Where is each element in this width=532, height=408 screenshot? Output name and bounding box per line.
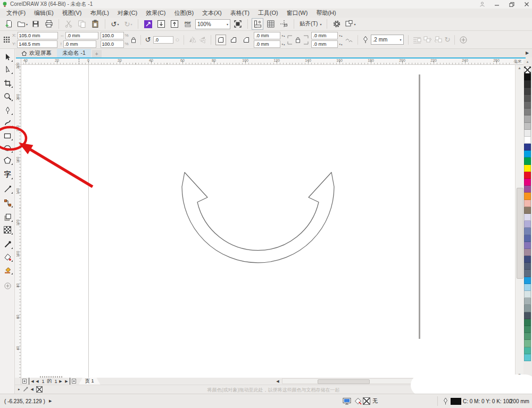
menu-item[interactable]: 效果(C) xyxy=(142,9,170,17)
import-button[interactable] xyxy=(155,18,167,30)
menu-item[interactable]: 对象(C) xyxy=(113,9,142,17)
palette-swatch[interactable] xyxy=(524,172,531,179)
polygon-tool[interactable] xyxy=(1,154,14,166)
palette-swatch[interactable] xyxy=(524,354,531,361)
ellipse-tool[interactable] xyxy=(1,142,14,154)
scroll-up-icon[interactable]: ▲ xyxy=(516,66,523,70)
vertical-scrollbar-thumb[interactable] xyxy=(517,188,523,279)
fullscreen-preview-button[interactable] xyxy=(232,18,244,30)
menu-item[interactable]: 工具(O) xyxy=(254,9,282,17)
drawing-canvas[interactable] xyxy=(21,65,515,378)
palette-swatch[interactable] xyxy=(524,193,531,199)
round-corner-button[interactable] xyxy=(215,35,226,45)
interactive-fill-tool[interactable] xyxy=(1,251,14,263)
palette-swatch[interactable] xyxy=(524,284,531,291)
palette-swatch[interactable] xyxy=(524,88,531,95)
new-document-button[interactable] xyxy=(3,18,15,30)
show-rulers-button[interactable] xyxy=(252,18,263,30)
edit-corners-together-lock-icon[interactable] xyxy=(295,37,301,43)
search-content-button[interactable] xyxy=(142,18,154,30)
zoom-level-select[interactable]: 100% ▾ xyxy=(195,19,230,29)
menu-item[interactable]: 窗口(W) xyxy=(282,9,312,17)
palette-swatch[interactable] xyxy=(524,179,531,186)
application-launcher-button[interactable]: ▾ xyxy=(344,18,356,30)
palette-swatch[interactable] xyxy=(524,298,531,305)
redo-button[interactable]: ↻▾ xyxy=(122,18,134,30)
wrap-style-2-button[interactable] xyxy=(434,36,443,44)
shape-tool[interactable] xyxy=(1,63,14,75)
palette-swatch[interactable] xyxy=(524,319,531,326)
cut-button[interactable] xyxy=(63,18,74,30)
palette-swatch[interactable] xyxy=(524,186,531,193)
show-guidelines-button[interactable] xyxy=(278,18,290,30)
menu-item[interactable]: 文本(X) xyxy=(198,9,226,17)
palette-swatch[interactable] xyxy=(524,115,531,122)
scalloped-corner-button[interactable] xyxy=(228,35,239,45)
publish-pdf-button[interactable]: PDF xyxy=(182,18,194,30)
palette-swatch[interactable] xyxy=(524,102,531,109)
save-button[interactable] xyxy=(30,18,41,30)
menu-item[interactable]: 帮助(H) xyxy=(312,9,340,17)
rectangle-tool[interactable] xyxy=(1,130,14,141)
palette-swatch[interactable] xyxy=(524,277,531,284)
scale-x-input[interactable] xyxy=(101,32,124,39)
print-button[interactable] xyxy=(43,18,55,30)
hsc-left-arrow-icon[interactable]: ◀ xyxy=(275,378,281,385)
palette-swatch[interactable] xyxy=(524,326,531,333)
smart-fill-tool[interactable] xyxy=(1,264,14,276)
palette-swatch[interactable] xyxy=(524,137,531,144)
more-tools-button[interactable] xyxy=(1,280,14,292)
doc-palette-flyout-icon[interactable]: ▸ xyxy=(18,387,20,392)
doc-palette-no-color-swatch[interactable] xyxy=(36,386,43,393)
new-tab-button[interactable]: + xyxy=(92,50,102,57)
object-width-input[interactable] xyxy=(65,32,98,39)
outline-width-select[interactable]: .2 mm ▾ xyxy=(371,35,404,45)
restore-button[interactable] xyxy=(508,1,516,7)
palette-swatch[interactable] xyxy=(524,312,531,319)
palette-swatch[interactable] xyxy=(524,214,531,221)
vertical-ruler[interactable]: 22020018016014012010080604020 xyxy=(15,65,21,378)
menu-item[interactable]: 表格(T) xyxy=(226,9,254,17)
paste-button[interactable] xyxy=(89,18,101,30)
palette-swatch[interactable] xyxy=(524,221,531,228)
close-button[interactable] xyxy=(522,1,531,7)
last-page-button[interactable]: ▶ xyxy=(64,378,70,385)
rotation-angle-input[interactable] xyxy=(153,36,173,44)
next-page-button[interactable]: ▶ xyxy=(59,378,63,385)
pen-tool[interactable] xyxy=(1,104,14,116)
zoom-tool[interactable] xyxy=(1,90,14,102)
text-wrap-button[interactable] xyxy=(413,36,421,44)
palette-swatch[interactable] xyxy=(524,347,531,354)
options-button[interactable] xyxy=(331,18,343,30)
palette-swatch[interactable] xyxy=(524,130,531,137)
export-button[interactable] xyxy=(169,18,180,30)
palette-swatch[interactable] xyxy=(524,249,531,256)
corner-radius-bl-input[interactable] xyxy=(254,40,280,48)
palette-swatch[interactable] xyxy=(524,123,531,130)
palette-swatch[interactable] xyxy=(524,73,531,80)
palette-swatch[interactable] xyxy=(524,270,531,277)
copy-button[interactable] xyxy=(76,18,88,30)
tab-welcome-screen[interactable]: 欢迎屏幕 xyxy=(16,49,57,57)
palette-swatch[interactable] xyxy=(524,200,531,207)
palette-scroll-up-icon[interactable]: ▴ xyxy=(523,60,531,64)
palette-swatch[interactable] xyxy=(524,235,531,242)
add-page-before-button[interactable] xyxy=(21,378,28,385)
palette-swatch[interactable] xyxy=(524,263,531,270)
status-flyout-icon[interactable]: ▶ xyxy=(49,394,52,408)
mirror-horizontal-button[interactable] xyxy=(188,36,197,44)
object-height-input[interactable] xyxy=(63,40,96,48)
object-y-input[interactable] xyxy=(17,40,57,48)
object-position-widget[interactable] xyxy=(3,36,10,43)
no-color-swatch[interactable] xyxy=(524,66,531,73)
corner-radius-tl-input[interactable] xyxy=(254,32,280,39)
lock-ratio-icon[interactable] xyxy=(131,37,136,43)
curved-arrow-shape[interactable] xyxy=(21,65,515,378)
scale-y-input[interactable] xyxy=(101,40,124,48)
menu-item[interactable]: 视图(V) xyxy=(58,9,86,17)
corner-radius-br-input[interactable] xyxy=(311,40,338,48)
freehand-curve-tool[interactable] xyxy=(1,116,14,128)
object-x-input[interactable] xyxy=(18,32,58,39)
palette-swatch[interactable] xyxy=(524,109,531,115)
transparency-tool[interactable] xyxy=(1,224,14,236)
